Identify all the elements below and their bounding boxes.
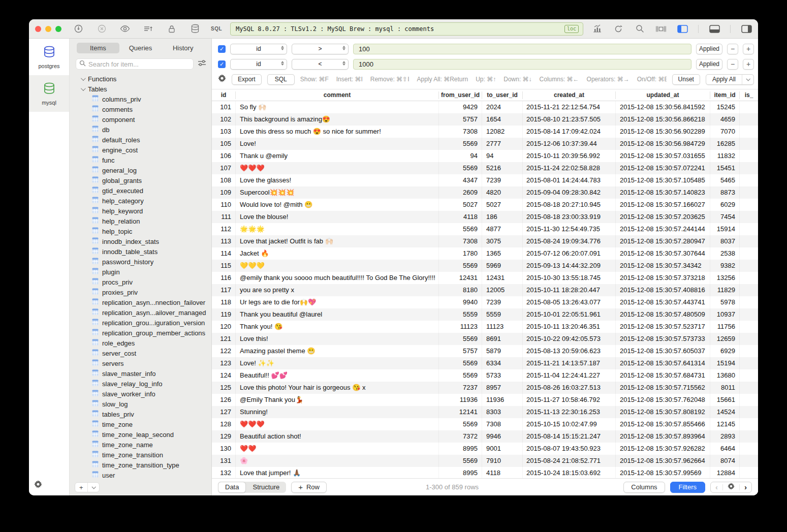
column-header-updated_at[interactable]: updated_at	[615, 91, 710, 99]
cell-created-at[interactable]: 2015-09-13 14:44:32.209	[522, 260, 615, 272]
cell-updated-at[interactable]: 2015-12-08 15:30:57.962664	[615, 455, 710, 467]
tree-group-tables[interactable]: Tables	[70, 84, 211, 94]
cell-id[interactable]: 113	[212, 235, 235, 247]
cell-from-user-id[interactable]: 94	[438, 150, 482, 162]
sidebar-table-replication_asynnnection_failover[interactable]: replication_asyn...nnection_failover	[70, 297, 211, 307]
filter-2-value-input[interactable]	[353, 59, 691, 70]
cell-is[interactable]	[739, 138, 758, 150]
cell-id[interactable]: 101	[212, 101, 235, 113]
sidebar-table-plugin[interactable]: plugin	[70, 267, 211, 277]
cell-created-at[interactable]: 2015-10-22 09:42:05.573	[522, 333, 615, 345]
cell-updated-at[interactable]: 2015-12-08 15:30:57.893964	[615, 430, 710, 443]
filter-2-applied-button[interactable]: Applied	[696, 59, 722, 70]
cell-created-at[interactable]: 2015-10-11 18:28:20.447	[522, 284, 615, 296]
cell-comment[interactable]: Love this photo! Your hair is gorgeous 😘…	[235, 382, 438, 394]
cell-comment[interactable]: Thank you beautiful @laurel	[235, 308, 438, 321]
cell-id[interactable]: 105	[212, 138, 235, 150]
cell-item-id[interactable]: 16285	[710, 138, 739, 150]
filter-1-column-select[interactable]: id	[230, 44, 287, 54]
cell-from-user-id[interactable]: 2609	[438, 186, 482, 199]
cell-created-at[interactable]: 2015-07-12 06:20:07.091	[522, 247, 615, 260]
sidebar-table-default_roles[interactable]: default_roles	[70, 135, 211, 145]
cell-updated-at[interactable]: 2015-12-08 15:30:56.902289	[615, 126, 710, 138]
columns-button[interactable]: Columns	[623, 482, 665, 493]
cell-item-id[interactable]: 2538	[710, 247, 739, 260]
cell-comment[interactable]: Stunning!	[235, 406, 438, 418]
cell-updated-at[interactable]: 2015-12-08 15:30:57.641314	[615, 357, 710, 369]
cell-created-at[interactable]: 2015-10-24 18:15:03.692	[522, 467, 615, 478]
cell-from-user-id[interactable]: 5569	[438, 138, 482, 150]
cell-updated-at[interactable]: 2015-12-08 15:30:57.166027	[615, 199, 710, 211]
cell-id[interactable]: 111	[212, 211, 235, 223]
cell-is[interactable]	[739, 455, 758, 467]
tab-data[interactable]: Data	[218, 482, 246, 493]
cell-to-user-id[interactable]: 4877	[482, 223, 522, 235]
cell-is[interactable]	[739, 211, 758, 223]
cell-created-at[interactable]: 2015-08-14 17:09:42.024	[522, 126, 615, 138]
apply-all-chevron-icon[interactable]	[742, 75, 753, 84]
cell-item-id[interactable]: 7070	[710, 126, 739, 138]
cell-created-at[interactable]: 2015-10-11 13:20:46.351	[522, 321, 615, 333]
cell-is[interactable]	[739, 126, 758, 138]
cell-comment[interactable]: Love the blouse!	[235, 211, 438, 223]
cell-is[interactable]	[739, 272, 758, 284]
sql-editor-button[interactable]: SQL	[211, 23, 222, 35]
sidebar-table-procs_priv[interactable]: procs_priv	[70, 277, 211, 287]
cell-to-user-id[interactable]: 186	[482, 211, 522, 223]
cell-id[interactable]: 121	[212, 333, 235, 345]
cell-updated-at[interactable]: 2015-12-08 15:30:57.34342	[615, 260, 710, 272]
cell-item-id[interactable]: 8011	[710, 382, 739, 394]
cell-item-id[interactable]: 4659	[710, 113, 739, 126]
cell-updated-at[interactable]: 2015-12-08 15:30:57.105485	[615, 174, 710, 186]
cell-from-user-id[interactable]: 8995	[438, 467, 482, 478]
cell-item-id[interactable]: 10937	[710, 308, 739, 321]
cell-to-user-id[interactable]: 11936	[482, 394, 522, 406]
cell-updated-at[interactable]: 2015-12-08 15:30:56.841592	[615, 101, 710, 113]
log-icon[interactable]	[143, 23, 154, 35]
cell-id[interactable]: 103	[212, 126, 235, 138]
cell-item-id[interactable]: 6464	[710, 443, 739, 455]
cell-to-user-id[interactable]: 7239	[482, 296, 522, 308]
column-header-from_user_id[interactable]: from_user_id	[438, 91, 482, 99]
cell-updated-at[interactable]: 2015-12-08 15:30:57.99569	[615, 467, 710, 478]
cell-from-user-id[interactable]: 5569	[438, 455, 482, 467]
cell-from-user-id[interactable]: 7308	[438, 235, 482, 247]
cell-updated-at[interactable]: 2015-12-08 15:30:56.984729	[615, 138, 710, 150]
cell-updated-at[interactable]: 2015-12-08 15:30:57.523717	[615, 321, 710, 333]
sidebar-table-replication_grouiguration_version[interactable]: replication_grou...iguration_version	[70, 318, 211, 328]
cell-comment[interactable]: 🌟🌟🌟	[235, 223, 438, 235]
cell-id[interactable]: 108	[212, 174, 235, 186]
cell-is[interactable]	[739, 150, 758, 162]
sidebar-table-comments[interactable]: comments	[70, 104, 211, 114]
search-box[interactable]	[76, 58, 194, 70]
sidebar-table-proxies_priv[interactable]: proxies_priv	[70, 287, 211, 297]
sidebar-table-time_zone[interactable]: time_zone	[70, 419, 211, 429]
cell-updated-at[interactable]: 2015-12-08 15:30:57.443741	[615, 296, 710, 308]
cell-id[interactable]: 120	[212, 321, 235, 333]
cell-from-user-id[interactable]: 5569	[438, 333, 482, 345]
cell-comment[interactable]: Love this!	[235, 333, 438, 345]
cell-updated-at[interactable]: 2015-12-08 15:30:57.684731	[615, 369, 710, 382]
filter-2-checkbox[interactable]: ✓	[218, 60, 226, 68]
cell-created-at[interactable]: 2015-12-06 10:37:39.44	[522, 138, 615, 150]
cell-updated-at[interactable]: 2015-12-08 15:30:57.855466	[615, 418, 710, 430]
cell-to-user-id[interactable]: 6334	[482, 357, 522, 369]
cell-id[interactable]: 110	[212, 199, 235, 211]
cell-comment[interactable]: This background is amazing😍	[235, 113, 438, 126]
cell-to-user-id[interactable]: 7308	[482, 418, 522, 430]
sidebar-table-slave_worker_info[interactable]: slave_worker_info	[70, 389, 211, 399]
cell-item-id[interactable]: 15661	[710, 394, 739, 406]
sql-button[interactable]: SQL	[267, 74, 295, 85]
column-header-is_[interactable]: is_	[739, 91, 758, 99]
cell-created-at[interactable]: 2015-08-07 19:43:50.923	[522, 443, 615, 455]
cell-to-user-id[interactable]: 4820	[482, 186, 522, 199]
cell-from-user-id[interactable]: 5569	[438, 418, 482, 430]
cell-to-user-id[interactable]: 7910	[482, 455, 522, 467]
export-button[interactable]: Export	[232, 74, 262, 85]
cell-id[interactable]: 131	[212, 455, 235, 467]
sidebar-table-db[interactable]: db	[70, 124, 211, 135]
cell-updated-at[interactable]: 2015-12-08 15:30:57.031655	[615, 150, 710, 162]
cell-from-user-id[interactable]: 5757	[438, 345, 482, 357]
cell-created-at[interactable]: 2015-08-24 21:08:52.771	[522, 455, 615, 467]
add-row-button[interactable]: + Row	[291, 482, 327, 493]
